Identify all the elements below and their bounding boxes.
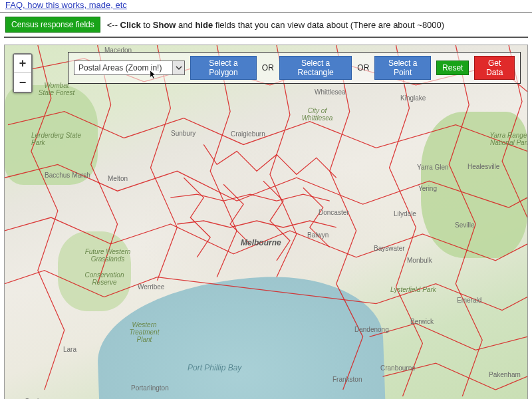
select-point-button[interactable]: Select a Point	[374, 56, 431, 80]
select-polygon-button[interactable]: Select a Polygon	[190, 56, 257, 80]
header-hint: <-- Click to Show and hide fields that y…	[107, 20, 444, 30]
hint-rest: fields that you can view data about (The…	[215, 20, 444, 30]
select-rectangle-button[interactable]: Select a Rectangle	[279, 56, 352, 80]
divider-main	[4, 37, 528, 38]
postal-boundaries	[5, 45, 527, 399]
faq-link[interactable]: FAQ, how this works, made, etc	[0, 0, 132, 10]
hint-to: to	[143, 20, 150, 30]
chevron-down-icon	[172, 61, 184, 74]
zoom-out-button[interactable]: −	[14, 73, 31, 92]
census-fields-button[interactable]: Census response fields	[5, 17, 100, 33]
layer-dropdown[interactable]: Postal Areas (Zoom in!)	[74, 61, 185, 75]
hint-show: Show	[153, 20, 176, 30]
header-bar: Census response fields <-- Click to Show…	[0, 17, 532, 37]
map-container[interactable]: Macedon Wombat State Forest Lerderderg S…	[4, 45, 528, 399]
reset-button[interactable]: Reset	[436, 61, 469, 75]
zoom-control: + −	[13, 53, 33, 93]
layer-dropdown-value: Postal Areas (Zoom in!)	[74, 63, 172, 72]
or-text-1: OR	[262, 63, 274, 72]
hint-click: Click	[120, 20, 141, 30]
hint-and: and	[178, 20, 193, 30]
arrow-text: <--	[107, 20, 118, 30]
get-data-button[interactable]: Get Data	[474, 56, 515, 80]
hint-hide: hide	[195, 20, 213, 30]
divider-top	[0, 12, 532, 13]
or-text-2: OR	[357, 63, 369, 72]
zoom-in-button[interactable]: +	[14, 55, 31, 73]
map-toolbar: Postal Areas (Zoom in!) Select a Polygon…	[68, 52, 521, 84]
